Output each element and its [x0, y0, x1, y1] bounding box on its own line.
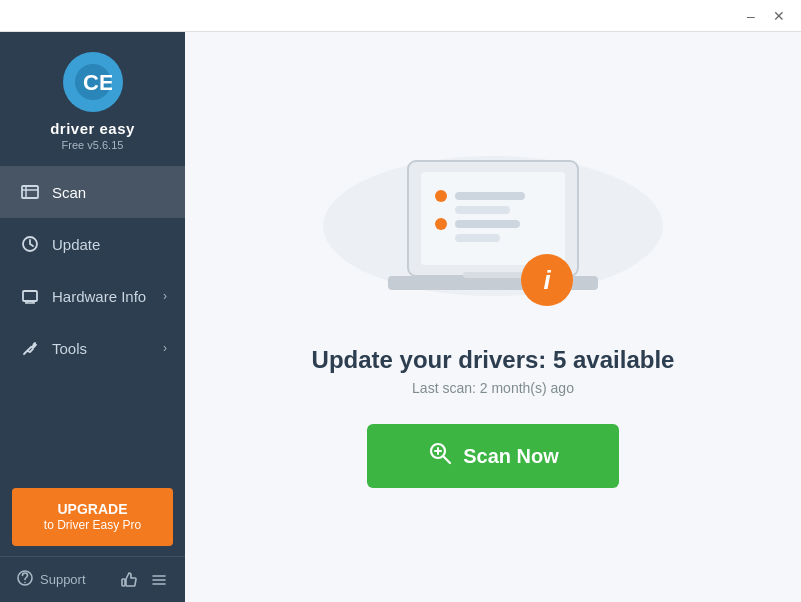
close-button[interactable]: ✕ — [765, 2, 793, 30]
sidebar-nav: Scan Update — [0, 166, 185, 478]
main-content: i Update your drivers: 5 available Last … — [185, 32, 801, 602]
scan-label: Scan — [52, 184, 167, 201]
app-version: Free v5.6.15 — [62, 139, 124, 151]
hardware-icon — [18, 284, 42, 308]
title-bar: – ✕ — [0, 0, 801, 32]
support-button[interactable]: Support — [16, 569, 86, 590]
svg-point-11 — [24, 582, 26, 584]
sidebar-item-hardware-info[interactable]: Hardware Info › — [0, 270, 185, 322]
tools-chevron: › — [163, 341, 167, 355]
upgrade-button[interactable]: UPGRADE to Driver Easy Pro — [12, 488, 173, 546]
update-icon — [18, 232, 42, 256]
update-label: Update — [52, 236, 167, 253]
laptop-container: i — [353, 146, 633, 311]
support-label: Support — [40, 572, 86, 587]
scan-icon — [18, 180, 42, 204]
info-badge: i — [521, 254, 573, 306]
svg-point-21 — [435, 218, 447, 230]
tools-label: Tools — [52, 340, 163, 357]
svg-rect-6 — [23, 291, 37, 301]
sidebar-bottom-right — [119, 570, 169, 590]
sidebar-item-scan[interactable]: Scan — [0, 166, 185, 218]
svg-rect-20 — [455, 206, 510, 214]
main-title: Update your drivers: 5 available — [312, 346, 675, 374]
laptop-svg — [373, 146, 613, 311]
sidebar-bottom: Support — [0, 556, 185, 602]
svg-rect-19 — [455, 192, 525, 200]
scan-now-icon — [427, 440, 453, 472]
support-icon — [16, 569, 34, 590]
logo-icon: CE — [63, 52, 123, 112]
svg-text:CE: CE — [83, 70, 112, 95]
svg-rect-12 — [122, 579, 125, 586]
hardware-info-chevron: › — [163, 289, 167, 303]
main-subtitle: Last scan: 2 month(s) ago — [412, 380, 574, 396]
app-body: CE driver easy Free v5.6.15 Scan — [0, 32, 801, 602]
sidebar-item-tools[interactable]: Tools › — [0, 322, 185, 374]
svg-line-27 — [443, 456, 450, 463]
list-button[interactable] — [149, 570, 169, 590]
tools-icon — [18, 336, 42, 360]
sidebar-logo: CE driver easy Free v5.6.15 — [0, 32, 185, 166]
minimize-button[interactable]: – — [737, 2, 765, 30]
upgrade-sub-text: to Driver Easy Pro — [22, 518, 163, 534]
scan-now-button[interactable]: Scan Now — [367, 424, 619, 488]
sidebar-item-update[interactable]: Update — [0, 218, 185, 270]
svg-rect-23 — [455, 234, 500, 242]
logo-svg: CE — [74, 63, 112, 101]
hero-illustration: i — [353, 146, 633, 326]
thumbs-up-button[interactable] — [119, 570, 139, 590]
upgrade-main-text: UPGRADE — [22, 500, 163, 518]
app-name: driver easy — [50, 120, 135, 137]
scan-now-label: Scan Now — [463, 445, 559, 468]
sidebar: CE driver easy Free v5.6.15 Scan — [0, 32, 185, 602]
svg-rect-22 — [455, 220, 520, 228]
svg-rect-2 — [22, 186, 38, 198]
svg-point-18 — [435, 190, 447, 202]
hardware-info-label: Hardware Info — [52, 288, 163, 305]
svg-rect-25 — [463, 272, 523, 278]
